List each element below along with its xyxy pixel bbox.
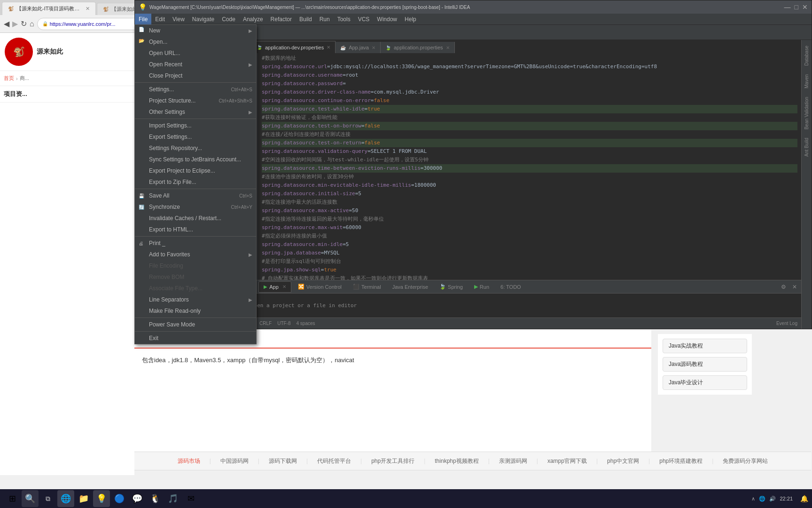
menu-save-all[interactable]: 💾 Save All Ctrl+S [135, 190, 256, 201]
tab-app-props[interactable]: 🍃 application.properties ✕ [381, 42, 455, 53]
menu-open-url[interactable]: Open URL... [135, 48, 256, 59]
tag-java-practice[interactable]: Java实战教程 [663, 339, 747, 353]
menu-window[interactable]: Window [373, 14, 401, 24]
minimize-button[interactable]: — [784, 3, 791, 11]
menu-new[interactable]: 📄 New ▶ [135, 25, 256, 36]
menu-vcs[interactable]: VCS [354, 14, 374, 24]
right-tab-maven[interactable]: Maven [803, 71, 810, 92]
menu-file[interactable]: File [135, 14, 151, 24]
footer-link-6[interactable]: thinkphp视频教程 [435, 457, 478, 465]
taskbar-music[interactable]: 🎵 [164, 490, 181, 507]
code-editor[interactable]: 1 2 3 4 5 6 7 8 9 10 11 12 13 14 [238, 53, 801, 280]
taskbar-network-icon[interactable]: 🌐 [759, 496, 765, 502]
run-panel-close[interactable]: ✕ [790, 282, 799, 292]
footer-link-5[interactable]: php开发工具排行 [371, 457, 414, 465]
menu-open-recent[interactable]: Open Recent ▶ [135, 59, 256, 70]
footer-link-10[interactable]: php环境搭建教程 [659, 457, 703, 465]
run-tab-run[interactable]: ▶Run [469, 281, 494, 293]
tab-close-icon-2[interactable]: ✕ [372, 45, 375, 50]
taskbar-vscode[interactable]: 🔵 [111, 490, 128, 507]
taskbar-task-view[interactable]: ⧉ [39, 490, 56, 507]
start-button[interactable]: ⊞ [4, 490, 21, 507]
menu-export-html[interactable]: Export to HTML... [135, 224, 256, 235]
taskbar-cortana[interactable]: 🔍 [22, 490, 39, 507]
tag-java-graduation[interactable]: Java毕业设计 [663, 375, 747, 390]
run-tab-app-close[interactable]: ✕ [282, 284, 286, 289]
taskbar-explorer[interactable]: 📁 [75, 490, 92, 507]
menu-export-zip[interactable]: Export to Zip File... [135, 176, 256, 188]
menu-synchronize[interactable]: 🔄 Synchronize Ctrl+Alt+Y [135, 201, 256, 213]
menu-close-project[interactable]: Close Project [135, 70, 256, 81]
footer-link-2[interactable]: 中国源码网 [220, 457, 249, 465]
run-tab-version-control[interactable]: 🔀Version Control [293, 281, 346, 293]
menu-other-settings[interactable]: Other Settings ▶ [135, 106, 256, 118]
menu-refactor[interactable]: Refactor [267, 14, 296, 24]
tab-app-dev-props[interactable]: 🍃 application-dev.properties ✕ [251, 41, 336, 53]
right-tab-bean-validation[interactable]: Bean Validation [803, 93, 810, 133]
menu-build[interactable]: Build [296, 14, 316, 24]
menu-tools[interactable]: Tools [334, 14, 354, 24]
taskbar-notification[interactable]: 🔔 [800, 495, 808, 502]
menu-export-eclipse[interactable]: Export Project to Eclipse... [135, 165, 256, 176]
menu-code[interactable]: Code [218, 14, 239, 24]
menu-file-encoding[interactable]: File Encoding [135, 260, 256, 271]
tab-close-1[interactable]: ✕ [86, 6, 90, 12]
right-tab-database[interactable]: Database [803, 42, 810, 70]
breadcrumb-home[interactable]: 首页 [4, 75, 14, 82]
menu-open[interactable]: 📂 Open... [135, 36, 256, 48]
taskbar-intellij[interactable]: 💡 [93, 490, 110, 507]
home-button[interactable]: ⌂ [30, 20, 34, 28]
taskbar-qq[interactable]: 🐧 [147, 490, 164, 507]
footer-link-4[interactable]: 代码托管平台 [317, 457, 351, 465]
run-tab-terminal[interactable]: ⬛Terminal [348, 281, 386, 293]
right-tab-ant-build[interactable]: Ant Build [803, 134, 810, 160]
tab-app-java[interactable]: ☕ App.java ✕ [336, 42, 381, 53]
menu-line-separators[interactable]: Line Separators ▶ [135, 294, 256, 305]
run-tab-spring[interactable]: 🍃Spring [435, 281, 468, 293]
browser-tab-1[interactable]: 🐒 【源来如此-IT项目源码教程分享】 ✕ [2, 2, 96, 15]
tag-java-source[interactable]: Java源码教程 [663, 357, 747, 372]
taskbar-hidden-icons[interactable]: ∧ [751, 496, 755, 502]
menu-print[interactable]: 🖨 Print _ [135, 238, 256, 249]
tab-close-icon-1[interactable]: ✕ [327, 45, 330, 50]
menu-edit[interactable]: Edit [151, 14, 169, 24]
menu-make-read-only[interactable]: Make File Read-only [135, 305, 256, 317]
refresh-button[interactable]: ↻ [21, 19, 27, 28]
menu-sync-jetbrains[interactable]: Sync Settings to JetBrains Account... [135, 154, 256, 165]
menu-settings[interactable]: Settings... Ctrl+Alt+S [135, 84, 256, 95]
back-button[interactable]: ◀ [4, 19, 9, 28]
status-event-log[interactable]: Event Log [776, 321, 797, 326]
menu-navigate[interactable]: Navigate [188, 14, 218, 24]
menu-help[interactable]: Help [401, 14, 420, 24]
footer-link-7[interactable]: 亲测源码网 [499, 457, 527, 465]
menu-project-structure[interactable]: Project Structure... Ctrl+Alt+Shift+S [135, 95, 256, 106]
menu-add-favorites[interactable]: Add to Favorites ▶ [135, 249, 256, 260]
taskbar-wechat[interactable]: 💬 [129, 490, 146, 507]
menu-invalidate-caches[interactable]: Invalidate Caches / Restart... [135, 213, 256, 224]
menu-import-settings[interactable]: Import Settings... [135, 120, 256, 131]
menu-remove-bom[interactable]: Remove BOM [135, 271, 256, 283]
run-tab-todo[interactable]: 6: TODO [496, 281, 526, 293]
maximize-button[interactable]: □ [795, 3, 798, 11]
footer-link-9[interactable]: php中文官网 [607, 457, 639, 465]
menu-associate-file-type[interactable]: Associate File Type... [135, 283, 256, 294]
menu-export-settings[interactable]: Export Settings... [135, 131, 256, 143]
taskbar-chrome[interactable]: 🌐 [57, 490, 74, 507]
close-button[interactable]: ✕ [802, 3, 808, 11]
menu-settings-repository[interactable]: Settings Repository... [135, 143, 256, 154]
footer-link-3[interactable]: 源码下载网 [269, 457, 297, 465]
forward-button[interactable]: ▶ [12, 19, 18, 28]
run-tab-java-enterprise[interactable]: Java Enterprise [388, 281, 433, 293]
footer-link-11[interactable]: 免费源码分享网站 [723, 457, 768, 465]
footer-link-8[interactable]: xampp官网下载 [547, 457, 587, 465]
run-tab-app[interactable]: ▶ App ✕ [258, 281, 291, 293]
footer-link-1[interactable]: 源码市场 [178, 457, 200, 465]
tab-close-icon-3[interactable]: ✕ [446, 45, 450, 50]
taskbar-volume-icon[interactable]: 🔊 [769, 496, 776, 502]
menu-power-save[interactable]: Power Save Mode [135, 319, 256, 330]
menu-run[interactable]: Run [316, 14, 334, 24]
taskbar-mail[interactable]: ✉ [182, 490, 199, 507]
menu-exit[interactable]: Exit [135, 333, 256, 344]
menu-analyze[interactable]: Analyze [239, 14, 267, 24]
menu-view[interactable]: View [169, 14, 188, 24]
